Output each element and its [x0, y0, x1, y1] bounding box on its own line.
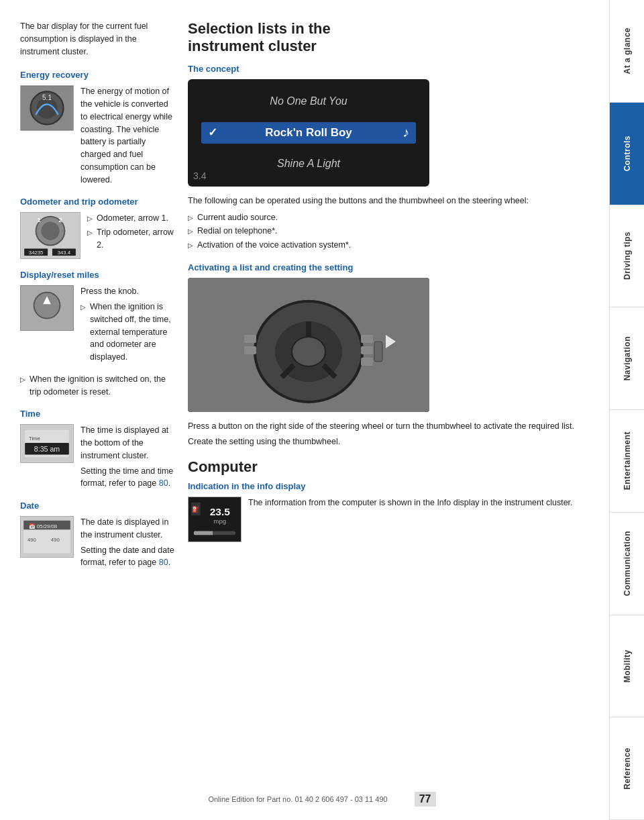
sidebar-item-navigation[interactable]: Navigation — [610, 307, 644, 410]
sidebar-item-controls[interactable]: Controls — [610, 103, 644, 205]
odometer-bullets: Odometer, arrow 1. Trip odometer, arrow … — [87, 212, 174, 259]
display-reset-bullet-1: When the ignition is switched off, the t… — [80, 301, 174, 364]
time-content: Time 8:35 am The time is displayed at th… — [20, 424, 174, 490]
svg-text:⛽: ⛽ — [192, 506, 199, 514]
display-reset-extra-bullet: When the ignition is switched on, the tr… — [20, 373, 174, 399]
svg-rect-48 — [194, 531, 212, 535]
odometer-heading: Odometer and trip odometer — [20, 197, 174, 207]
energy-recovery-section: Energy recovery 5.1 The energy of motion… — [20, 70, 174, 186]
svg-rect-40 — [244, 346, 256, 354]
cluster-number: 3.4 — [193, 170, 206, 181]
display-reset-heading: Display/reset miles — [20, 270, 174, 280]
sidebar-label-at-a-glance: At a glance — [623, 28, 632, 74]
page-footer: Online Edition for Part no. 01 40 2 606 … — [0, 792, 644, 807]
activating-section: Activating a list and creating the setti… — [188, 262, 596, 448]
odometer-content: 1 2 34235 343.4 Odometer, arrow 1. Trip … — [20, 212, 174, 259]
time-page-link[interactable]: 80 — [159, 478, 168, 488]
svg-text:5.1: 5.1 — [42, 94, 52, 101]
steering-wheel-image — [188, 278, 429, 412]
date-content: 📅 05/29/08 490 490 The date is displayed… — [20, 516, 174, 569]
odometer-bullet-1: Odometer, arrow 1. — [87, 212, 174, 225]
svg-rect-34 — [361, 335, 373, 343]
svg-rect-37 — [374, 342, 382, 362]
date-image: 📅 05/29/08 490 490 — [20, 516, 74, 558]
footer-text: Online Edition for Part no. 01 40 2 606 … — [208, 795, 387, 803]
left-column: The bar display for the current fuel con… — [20, 20, 174, 793]
cluster-track-2-selected: ✓ Rock'n Roll Boy ♪ — [201, 122, 416, 144]
energy-recovery-body: The energy of motion of the vehicle is c… — [80, 85, 174, 186]
svg-text:23.5: 23.5 — [210, 506, 231, 517]
concept-bullet-2: Redial on telephone*. — [188, 225, 596, 238]
svg-point-6 — [41, 222, 59, 240]
concept-bullet-3: Activation of the voice activation syste… — [188, 239, 596, 252]
main-content: The bar display for the current fuel con… — [0, 0, 609, 820]
energy-recovery-heading: Energy recovery — [20, 70, 174, 80]
page-container: The bar display for the current fuel con… — [0, 0, 644, 820]
time-text: The time is displayed at the bottom of t… — [80, 424, 174, 490]
right-column: Selection lists in the instrument cluste… — [188, 20, 596, 793]
display-reset-image — [20, 285, 74, 331]
sidebar-label-communication: Communication — [623, 531, 632, 596]
concept-bullets: Current audio source. Redial on telephon… — [188, 211, 596, 252]
svg-text:Time: Time — [29, 435, 40, 442]
svg-text:343.4: 343.4 — [58, 250, 71, 256]
computer-title: Computer — [188, 458, 596, 476]
check-icon: ✓ — [208, 125, 217, 140]
concept-heading: The concept — [188, 64, 596, 74]
info-display-content: ⛽ 23.5 mpg The information from the comp… — [188, 497, 596, 542]
display-reset-section: Display/reset miles Press the knob. When… — [20, 270, 174, 398]
sidebar-item-mobility[interactable]: Mobility — [610, 615, 644, 718]
date-page-link[interactable]: 80 — [159, 558, 168, 567]
time-body: The time is displayed at the bottom of t… — [80, 424, 174, 462]
sidebar-item-driving-tips[interactable]: Driving tips — [610, 205, 644, 308]
odometer-bullet-2: Trip odometer, arrow 2. — [87, 226, 174, 252]
odometer-section: Odometer and trip odometer 1 2 34235 — [20, 197, 174, 259]
sidebar-label-navigation: Navigation — [623, 336, 632, 380]
display-reset-extra: When the ignition is switched on, the tr… — [20, 373, 174, 399]
sidebar-item-at-a-glance[interactable]: At a glance — [610, 0, 644, 103]
concept-body: The following can be operated using the … — [188, 195, 596, 207]
date-link-text: Setting the date and date format, refer … — [80, 544, 174, 570]
concept-bullet-1: Current audio source. — [188, 211, 596, 224]
computer-section: Computer Indication in the info display … — [188, 458, 596, 542]
intro-text: The bar display for the current fuel con… — [20, 20, 174, 58]
sidebar: At a glance Controls Driving tips Naviga… — [609, 0, 644, 820]
svg-text:490: 490 — [28, 537, 36, 543]
page-number: 77 — [415, 792, 436, 807]
svg-rect-35 — [361, 346, 373, 354]
sidebar-label-driving-tips: Driving tips — [623, 232, 632, 280]
cluster-track-3: Shine A Light — [201, 158, 416, 170]
odometer-image: 1 2 34235 343.4 — [20, 212, 80, 259]
time-heading: Time — [20, 409, 174, 419]
svg-text:📅 05/29/08: 📅 05/29/08 — [29, 523, 57, 529]
sidebar-item-communication[interactable]: Communication — [610, 513, 644, 615]
info-display-body: The information from the computer is sho… — [248, 497, 573, 542]
concept-section: The concept No One But You ✓ Rock'n Roll… — [188, 64, 596, 252]
sidebar-label-reference: Reference — [623, 748, 632, 790]
activating-body1: Press a button on the right side of the … — [188, 420, 596, 433]
main-title-line1: Selection lists in the — [188, 20, 331, 37]
date-text: The date is displayed in the instrument … — [80, 516, 174, 569]
svg-text:1: 1 — [38, 216, 42, 223]
time-link-text: Setting the time and time format, refer … — [80, 465, 174, 491]
svg-rect-39 — [244, 335, 256, 343]
time-image: Time 8:35 am — [20, 424, 74, 463]
display-reset-bullets: When the ignition is switched off, the t… — [80, 301, 174, 364]
svg-point-30 — [292, 337, 325, 366]
cluster-display: No One But You ✓ Rock'n Roll Boy ♪ Shine… — [188, 79, 429, 187]
activating-body2: Create the setting using the thumbwheel. — [188, 435, 596, 448]
svg-text:34235: 34235 — [29, 250, 44, 256]
svg-text:2: 2 — [59, 216, 63, 223]
info-display-heading: Indication in the info display — [188, 481, 596, 491]
svg-text:490: 490 — [51, 537, 60, 543]
energy-recovery-image: 5.1 — [20, 85, 74, 131]
sidebar-label-mobility: Mobility — [623, 650, 632, 682]
sidebar-label-entertainment: Entertainment — [623, 431, 632, 490]
svg-text:mpg: mpg — [213, 517, 226, 525]
svg-rect-36 — [361, 358, 373, 366]
date-body: The date is displayed in the instrument … — [80, 516, 174, 542]
info-display-image: ⛽ 23.5 mpg — [188, 497, 241, 542]
sidebar-item-entertainment[interactable]: Entertainment — [610, 410, 644, 513]
energy-recovery-content: 5.1 The energy of motion of the vehicle … — [20, 85, 174, 186]
main-title: Selection lists in the instrument cluste… — [188, 20, 596, 56]
